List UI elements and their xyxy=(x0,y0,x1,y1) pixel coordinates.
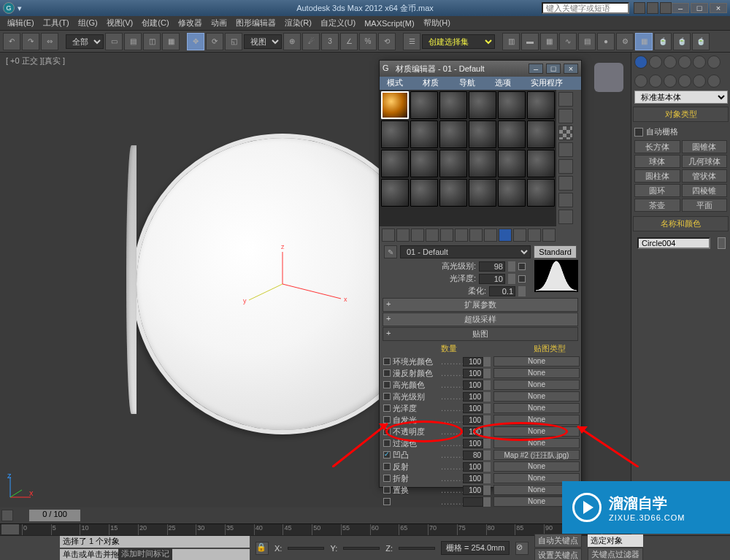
btn-sphere[interactable]: 球体 xyxy=(634,155,680,168)
map-amount-spinner[interactable] xyxy=(483,380,491,390)
sample-slot[interactable] xyxy=(527,91,555,119)
lights-icon[interactable] xyxy=(664,74,677,88)
menu-help[interactable]: 帮助(H) xyxy=(419,16,455,30)
tab-utilities-icon[interactable] xyxy=(707,55,721,69)
map-enable-checkbox[interactable] xyxy=(383,358,391,365)
reference-coord-dropdown[interactable]: 视图 xyxy=(244,34,282,49)
me-menu-utilities[interactable]: 实用程序(U) xyxy=(526,77,578,90)
sample-slot[interactable] xyxy=(410,120,438,148)
map-amount-spinner[interactable] xyxy=(483,486,491,495)
sample-slot[interactable] xyxy=(498,120,526,148)
sample-slot[interactable] xyxy=(381,120,409,148)
pivot-button[interactable]: ⊕ xyxy=(283,33,301,50)
map-amount-spinner[interactable] xyxy=(483,427,491,437)
z-coord-input[interactable] xyxy=(399,547,435,550)
viewcube[interactable] xyxy=(594,63,623,92)
spec-level-spinner[interactable] xyxy=(508,261,515,272)
put-to-scene-icon[interactable] xyxy=(396,229,410,242)
glossiness-spinner[interactable] xyxy=(508,274,515,284)
render-frame-button[interactable]: ▦ xyxy=(635,33,653,50)
sample-slot[interactable] xyxy=(410,150,438,177)
show-result-icon[interactable] xyxy=(513,229,526,242)
map-slot-button[interactable]: Map #2 (汪汪队.jpg) xyxy=(493,450,580,460)
material-type-button[interactable]: Standard xyxy=(534,245,577,258)
geometry-icon[interactable] xyxy=(634,74,648,88)
me-menu-navigation[interactable]: 导航(N) xyxy=(455,77,491,90)
spec-level-input[interactable]: 98 xyxy=(479,261,505,272)
make-copy-icon[interactable] xyxy=(440,229,453,242)
sample-slot[interactable] xyxy=(469,91,496,119)
tab-modify-icon[interactable] xyxy=(649,55,662,69)
map-enable-checkbox[interactable] xyxy=(383,475,391,482)
time-config-icon[interactable] xyxy=(1,510,13,521)
map-amount-input[interactable]: 100 xyxy=(463,404,483,413)
sample-slot[interactable] xyxy=(527,150,555,177)
map-amount-input[interactable]: 100 xyxy=(463,474,483,483)
schematic-view-button[interactable]: ▤ xyxy=(578,33,596,50)
sample-slot[interactable] xyxy=(498,91,526,119)
map-amount-input[interactable]: 100 xyxy=(463,369,483,378)
go-parent-icon[interactable] xyxy=(528,229,541,242)
object-category-dropdown[interactable]: 标准基本体 xyxy=(634,91,728,104)
y-coord-input[interactable] xyxy=(343,547,380,550)
menu-create[interactable]: 创建(C) xyxy=(137,16,173,30)
make-preview-icon[interactable] xyxy=(558,176,573,191)
sample-slot[interactable] xyxy=(469,150,496,177)
menu-graph-editors[interactable]: 图形编辑器 xyxy=(231,16,280,30)
sample-slot[interactable] xyxy=(410,179,438,207)
spec-level-lock[interactable] xyxy=(518,263,526,270)
map-slot-button[interactable]: None xyxy=(493,461,580,472)
map-amount-input[interactable]: 100 xyxy=(463,486,483,495)
sample-slot[interactable] xyxy=(439,179,467,207)
map-enable-checkbox[interactable] xyxy=(383,369,391,377)
named-selection-dropdown[interactable]: 创建选择集 xyxy=(422,34,495,49)
sample-slot[interactable] xyxy=(498,179,526,207)
manipulate-button[interactable]: ☄ xyxy=(302,33,320,50)
video-color-icon[interactable] xyxy=(558,159,573,174)
menu-edit[interactable]: 编辑(E) xyxy=(3,16,39,30)
map-amount-input[interactable]: 100 xyxy=(463,439,483,448)
map-slot-button[interactable]: None xyxy=(493,438,580,448)
map-slot-button[interactable]: None xyxy=(493,356,580,367)
lock-selection-icon[interactable]: 🔒 xyxy=(256,542,269,555)
menu-group[interactable]: 组(G) xyxy=(74,16,102,30)
close-button[interactable]: × xyxy=(710,3,727,13)
go-sibling-icon[interactable] xyxy=(542,229,556,242)
me-menu-mode[interactable]: 模式(D) xyxy=(383,77,418,90)
map-amount-input[interactable]: 100 xyxy=(463,380,483,390)
map-enable-checkbox[interactable] xyxy=(383,440,391,447)
time-slider-handle[interactable]: 0 / 100 xyxy=(29,510,80,521)
backlight-icon[interactable] xyxy=(558,109,573,123)
make-unique-icon[interactable] xyxy=(455,229,468,242)
angle-snap-button[interactable]: ∠ xyxy=(340,33,358,50)
map-amount-spinner[interactable] xyxy=(483,357,491,367)
time-tag-prompt[interactable]: 添加时间标记 xyxy=(118,548,172,560)
spacewarps-icon[interactable] xyxy=(707,74,721,88)
object-type-rollout[interactable]: 对象类型 xyxy=(633,107,729,122)
map-enable-checkbox[interactable] xyxy=(383,404,391,412)
percent-snap-button[interactable]: % xyxy=(359,33,377,50)
sample-slot[interactable] xyxy=(469,120,496,148)
soften-spinner[interactable] xyxy=(518,286,526,296)
sample-uv-icon[interactable] xyxy=(558,142,573,157)
menu-rendering[interactable]: 渲染(R) xyxy=(280,16,316,30)
sample-slot[interactable] xyxy=(439,91,467,119)
sample-slot[interactable] xyxy=(469,179,496,207)
render-button[interactable]: 🍵 xyxy=(654,33,672,50)
btn-torus[interactable]: 圆环 xyxy=(634,184,680,197)
layer-button[interactable]: ▦ xyxy=(540,33,558,50)
key-selset-dropdown[interactable]: 选定对象 xyxy=(588,534,643,547)
put-library-icon[interactable] xyxy=(469,229,483,242)
redo-button[interactable]: ↷ xyxy=(22,33,39,50)
map-amount-spinner[interactable] xyxy=(483,450,491,460)
glossiness-lock[interactable] xyxy=(518,275,526,283)
sample-slot[interactable] xyxy=(498,150,526,177)
map-amount-spinner[interactable] xyxy=(483,462,491,472)
align-button[interactable]: ▬ xyxy=(521,33,539,50)
map-enable-checkbox[interactable] xyxy=(383,463,391,470)
selection-filter-dropdown[interactable]: 全部 xyxy=(66,34,104,49)
map-slot-button[interactable]: None xyxy=(493,415,580,425)
map-enable-checkbox[interactable] xyxy=(383,428,391,435)
map-amount-spinner[interactable] xyxy=(483,415,491,425)
time-slider[interactable]: 0 / 100 xyxy=(0,507,631,523)
